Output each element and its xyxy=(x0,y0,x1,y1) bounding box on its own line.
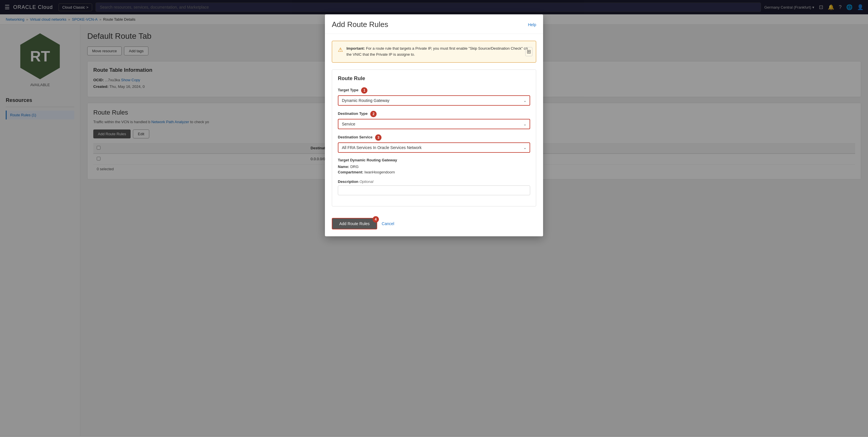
destination-service-group: Destination Service 3 All FRA Services I… xyxy=(338,134,530,153)
description-input[interactable] xyxy=(338,186,530,195)
step-badge-2: 2 xyxy=(370,111,377,117)
optional-label: Optional xyxy=(360,180,373,184)
modal-header: Add Route Rules Help xyxy=(325,14,543,34)
modal-title: Add Route Rules xyxy=(332,20,389,29)
modal-help-link[interactable]: Help xyxy=(528,22,536,27)
destination-service-label: Destination Service 3 xyxy=(338,134,530,141)
add-route-rules-label: Add Route Rules xyxy=(339,221,370,226)
target-drg-name-row: Name: DRG xyxy=(338,164,530,169)
route-rule-card: Route Rule Target Type 1 Dynamic Routing… xyxy=(332,69,536,207)
target-drg-compartment-value: IwanHoogendoorn xyxy=(364,170,395,174)
important-body: For a route rule that targets a Private … xyxy=(346,46,528,57)
rule-card-title: Route Rule xyxy=(338,75,530,82)
target-type-label: Target Type 1 xyxy=(338,87,530,94)
description-group: Description Optional xyxy=(338,180,530,195)
add-route-rules-submit-button[interactable]: Add Route Rules 4 xyxy=(332,218,377,229)
cancel-button[interactable]: Cancel xyxy=(382,221,394,226)
target-type-group: Target Type 1 Dynamic Routing GatewayInt… xyxy=(338,87,530,106)
destination-service-select-wrapper: All FRA Services In Oracle Services Netw… xyxy=(338,143,530,153)
step-badge-1: 1 xyxy=(361,87,367,94)
warning-icon: ⚠ xyxy=(338,46,343,53)
target-type-select-wrapper: Dynamic Routing GatewayInternet GatewayN… xyxy=(338,95,530,106)
important-banner: ⚠ Important: For a route rule that targe… xyxy=(332,41,536,63)
description-label: Description Optional xyxy=(338,180,530,184)
modal-footer: Add Route Rules 4 Cancel xyxy=(325,213,543,236)
destination-type-label: Destination Type 2 xyxy=(338,111,530,117)
target-drg-title: Target Dynamic Routing Gateway xyxy=(338,158,530,162)
target-drg-name-value: DRG xyxy=(350,164,359,169)
target-drg-compartment-row: Compartment: IwanHoogendoorn xyxy=(338,170,530,174)
modal-overlay: Add Route Rules Help ⚠ Important: For a … xyxy=(0,0,868,437)
destination-type-select[interactable]: ServiceCIDR Block xyxy=(338,119,530,129)
destination-service-select[interactable]: All FRA Services In Oracle Services Netw… xyxy=(338,143,530,153)
important-text: Important: For a route rule that targets… xyxy=(346,45,530,58)
target-drg-info: Target Dynamic Routing Gateway Name: DRG… xyxy=(338,158,530,174)
step-badge-4: 4 xyxy=(373,216,379,222)
grid-icon[interactable]: ⊞ xyxy=(525,47,532,56)
step-badge-3: 3 xyxy=(375,134,381,141)
destination-type-select-wrapper: ServiceCIDR Block ⌄ xyxy=(338,119,530,129)
destination-type-group: Destination Type 2 ServiceCIDR Block ⌄ xyxy=(338,111,530,129)
modal-panel: Add Route Rules Help ⚠ Important: For a … xyxy=(325,14,543,236)
target-type-select[interactable]: Dynamic Routing GatewayInternet GatewayN… xyxy=(338,95,530,106)
modal-body: ⚠ Important: For a route rule that targe… xyxy=(325,34,543,213)
